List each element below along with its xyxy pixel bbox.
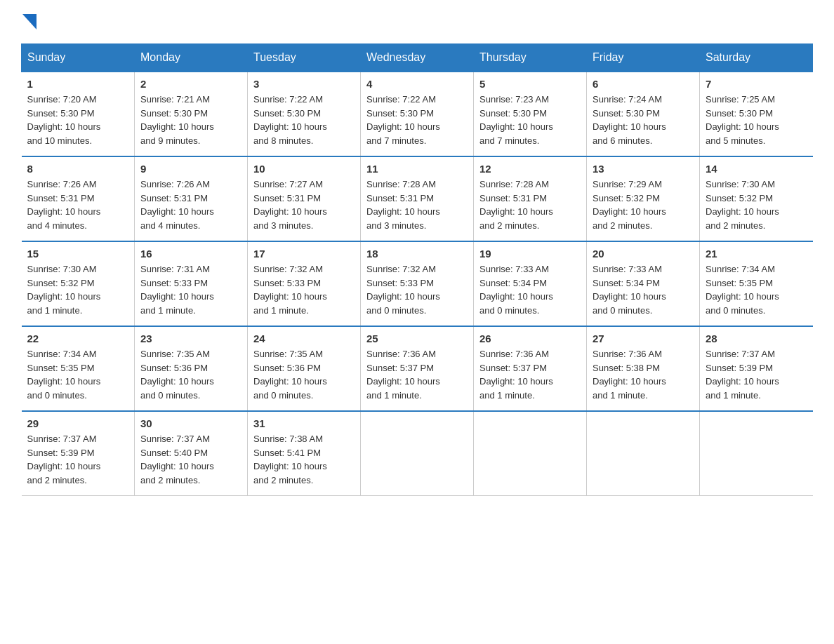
calendar-cell: 23 Sunrise: 7:35 AM Sunset: 5:36 PM Dayl… — [135, 326, 248, 411]
day-number: 29 — [27, 417, 129, 429]
day-number: 26 — [479, 333, 581, 344]
cell-info: Sunrise: 7:34 AM Sunset: 5:35 PM Dayligh… — [27, 347, 129, 402]
calendar-cell: 28 Sunrise: 7:37 AM Sunset: 5:39 PM Dayl… — [700, 326, 813, 411]
calendar-cell: 29 Sunrise: 7:37 AM Sunset: 5:39 PM Dayl… — [22, 411, 135, 496]
calendar-cell: 27 Sunrise: 7:36 AM Sunset: 5:38 PM Dayl… — [587, 326, 700, 411]
calendar-cell: 10 Sunrise: 7:27 AM Sunset: 5:31 PM Dayl… — [248, 156, 361, 241]
cell-info: Sunrise: 7:36 AM Sunset: 5:37 PM Dayligh… — [366, 347, 468, 402]
day-number: 25 — [366, 333, 468, 344]
cell-info: Sunrise: 7:26 AM Sunset: 5:31 PM Dayligh… — [140, 177, 241, 232]
calendar-cell: 20 Sunrise: 7:33 AM Sunset: 5:34 PM Dayl… — [587, 241, 700, 326]
day-number: 7 — [706, 78, 807, 90]
calendar-cell: 17 Sunrise: 7:32 AM Sunset: 5:33 PM Dayl… — [248, 241, 361, 326]
week-row-4: 22 Sunrise: 7:34 AM Sunset: 5:35 PM Dayl… — [22, 326, 813, 411]
calendar-cell: 1 Sunrise: 7:20 AM Sunset: 5:30 PM Dayli… — [22, 72, 135, 156]
day-number: 3 — [253, 78, 355, 90]
day-number: 31 — [253, 417, 355, 429]
day-number: 28 — [706, 333, 807, 344]
cell-info: Sunrise: 7:20 AM Sunset: 5:30 PM Dayligh… — [27, 93, 129, 147]
day-number: 12 — [479, 163, 581, 175]
calendar-cell: 2 Sunrise: 7:21 AM Sunset: 5:30 PM Dayli… — [135, 72, 248, 156]
cell-info: Sunrise: 7:26 AM Sunset: 5:31 PM Dayligh… — [27, 177, 129, 232]
calendar-cell: 26 Sunrise: 7:36 AM Sunset: 5:37 PM Dayl… — [474, 326, 587, 411]
cell-info: Sunrise: 7:35 AM Sunset: 5:36 PM Dayligh… — [140, 347, 241, 402]
week-row-2: 8 Sunrise: 7:26 AM Sunset: 5:31 PM Dayli… — [22, 156, 813, 241]
cell-info: Sunrise: 7:36 AM Sunset: 5:37 PM Dayligh… — [479, 347, 581, 402]
day-number: 22 — [27, 333, 129, 344]
calendar-cell: 12 Sunrise: 7:28 AM Sunset: 5:31 PM Dayl… — [474, 156, 587, 241]
header-tuesday: Tuesday — [248, 44, 361, 72]
calendar-cell: 25 Sunrise: 7:36 AM Sunset: 5:37 PM Dayl… — [361, 326, 474, 411]
day-number: 27 — [593, 333, 694, 344]
header-monday: Monday — [135, 44, 248, 72]
calendar-cell — [587, 411, 700, 496]
day-number: 14 — [706, 163, 807, 175]
page-header — [21, 14, 813, 29]
cell-info: Sunrise: 7:38 AM Sunset: 5:41 PM Dayligh… — [253, 432, 355, 487]
calendar-cell: 6 Sunrise: 7:24 AM Sunset: 5:30 PM Dayli… — [587, 72, 700, 156]
calendar-cell: 4 Sunrise: 7:22 AM Sunset: 5:30 PM Dayli… — [361, 72, 474, 156]
calendar-cell: 24 Sunrise: 7:35 AM Sunset: 5:36 PM Dayl… — [248, 326, 361, 411]
day-number: 17 — [253, 248, 355, 260]
day-number: 20 — [593, 248, 694, 260]
week-row-5: 29 Sunrise: 7:37 AM Sunset: 5:39 PM Dayl… — [22, 411, 813, 496]
cell-info: Sunrise: 7:37 AM Sunset: 5:39 PM Dayligh… — [27, 432, 129, 487]
day-number: 9 — [140, 163, 241, 175]
day-number: 1 — [27, 78, 129, 90]
header-friday: Friday — [587, 44, 700, 72]
cell-info: Sunrise: 7:33 AM Sunset: 5:34 PM Dayligh… — [593, 262, 694, 317]
calendar-cell: 16 Sunrise: 7:31 AM Sunset: 5:33 PM Dayl… — [135, 241, 248, 326]
cell-info: Sunrise: 7:22 AM Sunset: 5:30 PM Dayligh… — [366, 93, 468, 147]
logo-triangle-icon — [22, 14, 37, 29]
calendar-cell: 14 Sunrise: 7:30 AM Sunset: 5:32 PM Dayl… — [700, 156, 813, 241]
day-number: 15 — [27, 248, 129, 260]
calendar-cell: 19 Sunrise: 7:33 AM Sunset: 5:34 PM Dayl… — [474, 241, 587, 326]
calendar-table: SundayMondayTuesdayWednesdayThursdayFrid… — [21, 43, 813, 496]
cell-info: Sunrise: 7:35 AM Sunset: 5:36 PM Dayligh… — [253, 347, 355, 402]
day-number: 4 — [366, 78, 468, 90]
cell-info: Sunrise: 7:23 AM Sunset: 5:30 PM Dayligh… — [479, 93, 581, 147]
cell-info: Sunrise: 7:24 AM Sunset: 5:30 PM Dayligh… — [593, 93, 694, 147]
calendar-cell: 21 Sunrise: 7:34 AM Sunset: 5:35 PM Dayl… — [700, 241, 813, 326]
day-number: 16 — [140, 248, 241, 260]
cell-info: Sunrise: 7:30 AM Sunset: 5:32 PM Dayligh… — [27, 262, 129, 317]
svg-marker-0 — [22, 14, 37, 29]
day-number: 10 — [253, 163, 355, 175]
day-number: 21 — [706, 248, 807, 260]
calendar-cell: 13 Sunrise: 7:29 AM Sunset: 5:32 PM Dayl… — [587, 156, 700, 241]
cell-info: Sunrise: 7:27 AM Sunset: 5:31 PM Dayligh… — [253, 177, 355, 232]
calendar-cell: 11 Sunrise: 7:28 AM Sunset: 5:31 PM Dayl… — [361, 156, 474, 241]
day-number: 23 — [140, 333, 241, 344]
day-number: 5 — [479, 78, 581, 90]
day-number: 2 — [140, 78, 241, 90]
calendar-cell: 30 Sunrise: 7:37 AM Sunset: 5:40 PM Dayl… — [135, 411, 248, 496]
cell-info: Sunrise: 7:32 AM Sunset: 5:33 PM Dayligh… — [253, 262, 355, 317]
cell-info: Sunrise: 7:36 AM Sunset: 5:38 PM Dayligh… — [593, 347, 694, 402]
calendar-cell: 7 Sunrise: 7:25 AM Sunset: 5:30 PM Dayli… — [700, 72, 813, 156]
day-number: 8 — [27, 163, 129, 175]
cell-info: Sunrise: 7:37 AM Sunset: 5:39 PM Dayligh… — [706, 347, 807, 402]
logo — [21, 14, 37, 29]
day-number: 19 — [479, 248, 581, 260]
calendar-cell: 3 Sunrise: 7:22 AM Sunset: 5:30 PM Dayli… — [248, 72, 361, 156]
day-number: 13 — [593, 163, 694, 175]
day-number: 24 — [253, 333, 355, 344]
cell-info: Sunrise: 7:30 AM Sunset: 5:32 PM Dayligh… — [706, 177, 807, 232]
header-saturday: Saturday — [700, 44, 813, 72]
calendar-cell — [700, 411, 813, 496]
cell-info: Sunrise: 7:28 AM Sunset: 5:31 PM Dayligh… — [479, 177, 581, 232]
cell-info: Sunrise: 7:33 AM Sunset: 5:34 PM Dayligh… — [479, 262, 581, 317]
calendar-cell — [361, 411, 474, 496]
calendar-cell: 5 Sunrise: 7:23 AM Sunset: 5:30 PM Dayli… — [474, 72, 587, 156]
day-number: 18 — [366, 248, 468, 260]
cell-info: Sunrise: 7:37 AM Sunset: 5:40 PM Dayligh… — [140, 432, 241, 487]
cell-info: Sunrise: 7:21 AM Sunset: 5:30 PM Dayligh… — [140, 93, 241, 147]
cell-info: Sunrise: 7:32 AM Sunset: 5:33 PM Dayligh… — [366, 262, 468, 317]
day-number: 6 — [593, 78, 694, 90]
calendar-cell: 8 Sunrise: 7:26 AM Sunset: 5:31 PM Dayli… — [22, 156, 135, 241]
cell-info: Sunrise: 7:31 AM Sunset: 5:33 PM Dayligh… — [140, 262, 241, 317]
cell-info: Sunrise: 7:29 AM Sunset: 5:32 PM Dayligh… — [593, 177, 694, 232]
cell-info: Sunrise: 7:28 AM Sunset: 5:31 PM Dayligh… — [366, 177, 468, 232]
day-number: 11 — [366, 163, 468, 175]
cell-info: Sunrise: 7:34 AM Sunset: 5:35 PM Dayligh… — [706, 262, 807, 317]
